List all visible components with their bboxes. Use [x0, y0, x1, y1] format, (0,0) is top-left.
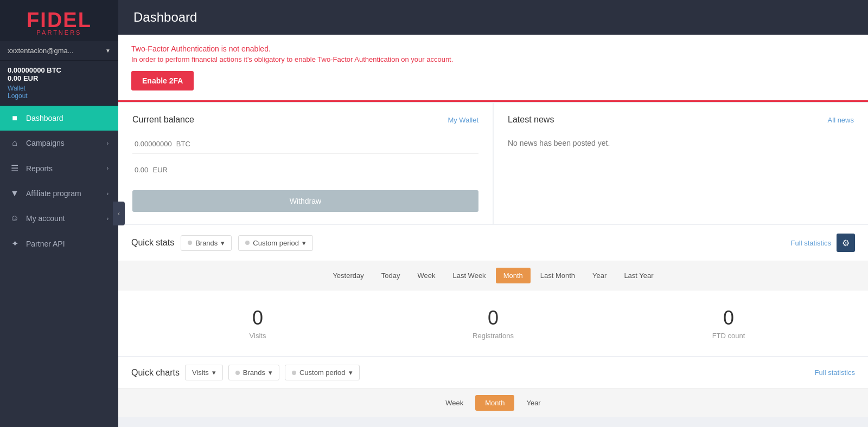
- ftd-value: 0: [611, 307, 846, 329]
- chevron-right-icon: ›: [107, 165, 108, 171]
- period-tab-month[interactable]: Month: [496, 268, 531, 283]
- brands-label: Brands: [243, 368, 265, 377]
- chevron-down-icon: ▾: [269, 368, 272, 377]
- affiliate-icon: ▼: [10, 189, 20, 198]
- sidebar-nav: ■ Dashboard ⌂ Campaigns › ☰ Reports › ▼ …: [0, 106, 118, 427]
- charts-brands-dropdown[interactable]: Brands ▾: [228, 365, 279, 380]
- main-content: Dashboard Two-Factor Authentication is n…: [118, 0, 868, 427]
- logout-link[interactable]: Logout: [8, 92, 111, 100]
- cards-row: Current balance My Wallet 0.00000000 BTC…: [118, 103, 868, 224]
- visits-label: Visits: [140, 332, 375, 340]
- period-tab-yesterday[interactable]: Yesterday: [325, 268, 371, 283]
- settings-button[interactable]: ⚙: [837, 234, 855, 252]
- withdraw-button[interactable]: Withdraw: [132, 190, 478, 212]
- charts-full-stats-link[interactable]: Full statistics: [815, 368, 855, 377]
- btc-value: 0.00000000: [135, 140, 172, 148]
- registrations-label: Registrations: [375, 332, 611, 340]
- sidebar-balance: 0.00000000 BTC 0.00 EUR Wallet Logout: [0, 61, 118, 106]
- wallet-link[interactable]: Wallet: [8, 85, 111, 92]
- sidebar-item-label: Affiliate program: [26, 189, 81, 198]
- full-statistics-link[interactable]: Full statistics: [791, 239, 831, 247]
- alert-box: Two-Factor Authentication is not enabled…: [118, 35, 868, 102]
- quick-charts-title: Quick charts: [131, 368, 180, 378]
- news-card-title: Latest news: [508, 115, 554, 125]
- period-tab-today[interactable]: Today: [374, 268, 408, 283]
- sidebar: FIDEL PARTNERS xxxtentacion@gma... ▼ 0.0…: [0, 0, 118, 427]
- brands-dropdown[interactable]: Brands ▾: [181, 235, 232, 251]
- sidebar-item-label: Campaigns: [26, 139, 65, 147]
- quick-stats-title: Quick stats: [131, 238, 174, 248]
- brands-label: Brands: [195, 239, 218, 247]
- registrations-stat: 0 Registrations: [375, 307, 611, 340]
- visits-stat: 0 Visits: [140, 307, 375, 340]
- gear-icon: ⚙: [842, 238, 850, 248]
- sidebar-item-dashboard[interactable]: ■ Dashboard: [0, 106, 118, 131]
- ftd-label: FTD count: [611, 332, 846, 340]
- period-tab-last-year[interactable]: Last Year: [616, 268, 661, 283]
- campaigns-icon: ⌂: [10, 138, 20, 148]
- balance-card-title: Current balance: [132, 115, 194, 125]
- chart-tab-year[interactable]: Year: [516, 395, 550, 411]
- api-icon: ✦: [10, 238, 20, 249]
- period-dot: [245, 241, 250, 245]
- sidebar-collapse-button[interactable]: ‹: [113, 202, 125, 225]
- quick-stats-section: Quick stats Brands ▾ Custom period ▾ Ful…: [118, 225, 868, 356]
- visits-select-label: Visits: [192, 368, 209, 377]
- sidebar-item-label: Reports: [26, 164, 53, 173]
- account-icon: ☺: [10, 214, 20, 223]
- chevron-right-icon: ›: [107, 216, 108, 222]
- chevron-right-icon: ›: [107, 140, 108, 146]
- quick-charts-header: Quick charts Visits ▾ Brands ▾ Custom pe…: [118, 357, 868, 389]
- balance-eur: 0.00 EUR: [8, 74, 111, 82]
- ftd-stat: 0 FTD count: [611, 307, 846, 340]
- sidebar-account[interactable]: xxxtentacion@gma... ▼: [0, 41, 118, 61]
- chart-tab-month[interactable]: Month: [475, 395, 514, 411]
- period-label: Custom period: [299, 368, 346, 377]
- charts-period-tabs: Week Month Year: [118, 389, 868, 417]
- news-card: Latest news All news No news has been po…: [494, 103, 868, 224]
- custom-period-dropdown[interactable]: Custom period ▾: [238, 235, 313, 251]
- chevron-down-icon: ▼: [105, 48, 111, 54]
- my-wallet-link[interactable]: My Wallet: [448, 116, 478, 124]
- chevron-right-icon: ›: [107, 191, 108, 197]
- period-tab-week[interactable]: Week: [410, 268, 443, 283]
- logo-text: FIDEL: [27, 10, 92, 30]
- period-tab-last-month[interactable]: Last Month: [533, 268, 583, 283]
- chevron-down-icon: ▾: [349, 368, 353, 377]
- sidebar-item-reports[interactable]: ☰ Reports ›: [0, 156, 118, 181]
- sidebar-item-account[interactable]: ☺ My account ›: [0, 206, 118, 231]
- registrations-value: 0: [375, 307, 611, 329]
- visits-value: 0: [140, 307, 375, 329]
- period-label: Custom period: [253, 239, 299, 247]
- brands-dot: [188, 241, 192, 245]
- period-tab-last-week[interactable]: Last Week: [445, 268, 493, 283]
- sidebar-item-label: Dashboard: [26, 114, 63, 122]
- sidebar-item-label: Partner API: [26, 240, 65, 248]
- stats-grid: 0 Visits 0 Registrations 0 FTD count: [118, 290, 868, 356]
- alert-body: In order to perform financial actions it…: [131, 55, 855, 63]
- all-news-link[interactable]: All news: [828, 116, 854, 124]
- account-email: xxxtentacion@gma...: [8, 47, 74, 55]
- sidebar-item-campaigns[interactable]: ⌂ Campaigns ›: [0, 131, 118, 156]
- collapse-icon: ‹: [118, 210, 120, 217]
- eur-label: EUR: [152, 166, 167, 174]
- logo-sub: PARTNERS: [37, 29, 82, 36]
- page-title: Dashboard: [133, 10, 853, 25]
- sidebar-item-affiliate[interactable]: ▼ Affiliate program ›: [0, 181, 118, 206]
- visits-select[interactable]: Visits ▾: [185, 365, 223, 380]
- period-dot: [292, 371, 296, 375]
- alert-title: Two-Factor Authentication is not enabled…: [131, 44, 855, 53]
- enable-2fa-button[interactable]: Enable 2FA: [131, 71, 194, 90]
- chevron-down-icon: ▾: [302, 239, 306, 247]
- btc-balance: 0.00000000 BTC: [132, 133, 478, 154]
- sidebar-logo: FIDEL PARTNERS: [0, 0, 118, 41]
- quick-stats-header: Quick stats Brands ▾ Custom period ▾ Ful…: [118, 225, 868, 261]
- sidebar-item-partner-api[interactable]: ✦ Partner API: [0, 231, 118, 256]
- no-news-message: No news has been posted yet.: [508, 133, 854, 153]
- period-tab-year[interactable]: Year: [585, 268, 614, 283]
- chart-tab-week[interactable]: Week: [436, 395, 473, 411]
- charts-period-dropdown[interactable]: Custom period ▾: [285, 365, 360, 380]
- chevron-down-icon: ▾: [221, 239, 225, 247]
- brands-dot: [235, 371, 240, 375]
- balance-card: Current balance My Wallet 0.00000000 BTC…: [118, 103, 494, 224]
